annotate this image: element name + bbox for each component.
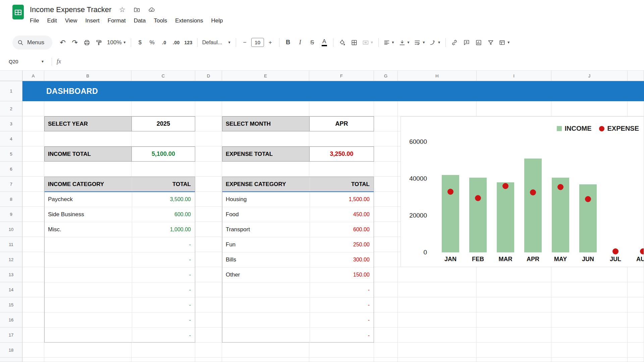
grid-cell[interactable] bbox=[374, 162, 398, 177]
total-cell[interactable]: 150.00 bbox=[310, 267, 374, 282]
grid-cell[interactable] bbox=[374, 222, 398, 237]
grid-cell[interactable] bbox=[309, 358, 374, 362]
sheets-logo[interactable] bbox=[12, 5, 24, 19]
grid-cell[interactable] bbox=[195, 162, 222, 177]
total-cell[interactable]: - bbox=[310, 298, 374, 312]
grid-cell[interactable] bbox=[44, 162, 131, 177]
grid-cell[interactable] bbox=[44, 131, 131, 146]
grid-cell[interactable] bbox=[309, 343, 374, 358]
grid-cell[interactable] bbox=[477, 282, 551, 297]
row-header[interactable]: 10 bbox=[0, 222, 22, 237]
table-row[interactable]: Housing1,500.00 bbox=[222, 192, 374, 207]
grid-cell[interactable] bbox=[374, 237, 398, 252]
col-header[interactable]: E bbox=[222, 71, 309, 81]
undo-button[interactable]: ↶ bbox=[57, 37, 68, 49]
total-cell[interactable]: - bbox=[132, 237, 195, 252]
row-header[interactable]: 18 bbox=[0, 343, 22, 358]
text-rotation-button[interactable]: ▼ bbox=[428, 37, 442, 49]
zoom-select[interactable]: 100%▼ bbox=[105, 37, 128, 49]
total-cell[interactable]: 1,000.00 bbox=[132, 222, 195, 237]
grid-cell[interactable] bbox=[195, 312, 222, 327]
grid-cell[interactable] bbox=[131, 343, 195, 358]
row-header[interactable]: 4 bbox=[0, 131, 22, 146]
table-row[interactable]: - bbox=[45, 267, 195, 283]
col-header[interactable]: A bbox=[22, 71, 44, 81]
grid-cell[interactable] bbox=[44, 343, 131, 358]
grid-cell[interactable] bbox=[374, 267, 398, 282]
row-header[interactable]: 2 bbox=[0, 101, 22, 116]
select-month-value[interactable]: APR bbox=[310, 117, 374, 131]
grid-cell[interactable] bbox=[374, 312, 398, 327]
grid-cell[interactable] bbox=[195, 267, 222, 282]
text-wrap-button[interactable]: ▼ bbox=[412, 37, 427, 49]
total-cell[interactable]: - bbox=[132, 252, 195, 267]
category-cell[interactable] bbox=[45, 328, 132, 343]
category-cell[interactable] bbox=[222, 328, 310, 343]
menu-file[interactable]: File bbox=[26, 16, 43, 25]
category-cell[interactable] bbox=[45, 237, 132, 252]
grid-cell[interactable] bbox=[22, 252, 44, 267]
paint-format-button[interactable] bbox=[93, 37, 105, 49]
redo-button[interactable]: ↷ bbox=[69, 37, 80, 49]
row-header[interactable]: 8 bbox=[0, 192, 22, 207]
col-header[interactable]: J bbox=[551, 71, 628, 81]
grid-cell[interactable] bbox=[22, 192, 44, 207]
print-button[interactable] bbox=[81, 37, 93, 49]
grid-cell[interactable] bbox=[222, 343, 309, 358]
grid-cell[interactable] bbox=[22, 177, 44, 192]
grid-cell[interactable] bbox=[195, 177, 222, 192]
row-header[interactable]: 1 bbox=[0, 81, 22, 101]
grid-cell[interactable] bbox=[195, 207, 222, 222]
chart-card[interactable]: JANFEBMARAPRMAYJUNJULAUG0200004000060000… bbox=[400, 116, 644, 267]
grid-cell[interactable] bbox=[22, 101, 44, 116]
table-row[interactable]: Paycheck3,500.00 bbox=[45, 192, 195, 207]
category-cell[interactable]: Housing bbox=[222, 192, 310, 207]
table-row[interactable]: - bbox=[45, 283, 195, 298]
row-header[interactable]: 12 bbox=[0, 252, 22, 267]
doc-title[interactable]: Income Expense Tracker bbox=[30, 5, 111, 14]
menu-view[interactable]: View bbox=[61, 16, 82, 25]
table-row[interactable]: Food450.00 bbox=[222, 207, 374, 222]
grid-cell[interactable] bbox=[22, 282, 44, 297]
grid-cell[interactable] bbox=[222, 162, 309, 177]
col-header[interactable]: H bbox=[398, 71, 477, 81]
menu-insert[interactable]: Insert bbox=[81, 16, 104, 25]
grid-cell[interactable] bbox=[22, 131, 44, 146]
table-row[interactable]: Other150.00 bbox=[222, 267, 374, 283]
category-cell[interactable] bbox=[45, 313, 132, 327]
row-header[interactable] bbox=[0, 358, 22, 362]
table-row[interactable]: - bbox=[45, 328, 195, 343]
table-row[interactable]: - bbox=[45, 313, 195, 328]
grid-cell[interactable] bbox=[551, 101, 628, 116]
decrease-decimal-button[interactable]: .0 bbox=[158, 37, 170, 49]
text-color-button[interactable]: A bbox=[319, 37, 330, 49]
grid-cell[interactable] bbox=[477, 358, 551, 362]
insert-link-button[interactable] bbox=[449, 37, 460, 49]
table-row[interactable]: Transport600.00 bbox=[222, 222, 374, 237]
font-size-input[interactable]: 10 bbox=[251, 38, 264, 47]
grid-cell[interactable] bbox=[222, 101, 309, 116]
row-header[interactable]: 15 bbox=[0, 297, 22, 312]
cloud-saved-icon[interactable] bbox=[148, 6, 156, 14]
category-cell[interactable]: Other bbox=[222, 267, 310, 282]
total-cell[interactable]: 3,500.00 bbox=[132, 192, 195, 207]
more-formats-button[interactable]: 123 bbox=[182, 37, 194, 49]
grid-cell[interactable] bbox=[398, 267, 477, 282]
menu-data[interactable]: Data bbox=[130, 16, 150, 25]
grid-cell[interactable] bbox=[551, 297, 628, 312]
grid-cell[interactable] bbox=[628, 343, 644, 358]
table-row[interactable]: - bbox=[222, 298, 374, 313]
grid-cell[interactable] bbox=[374, 146, 398, 162]
table-row[interactable]: - bbox=[222, 283, 374, 298]
increase-font-size-button[interactable]: + bbox=[265, 37, 276, 49]
row-header[interactable]: 13 bbox=[0, 267, 22, 282]
grid-cell[interactable] bbox=[22, 358, 44, 362]
grid-cell[interactable] bbox=[551, 267, 628, 282]
grid-cell[interactable] bbox=[374, 192, 398, 207]
grid-cell[interactable] bbox=[22, 146, 44, 162]
grid-cell[interactable] bbox=[22, 327, 44, 343]
grid-cell[interactable] bbox=[195, 131, 222, 146]
col-header[interactable]: D bbox=[195, 71, 222, 81]
grid-cell[interactable] bbox=[222, 131, 309, 146]
grid-cell[interactable] bbox=[222, 358, 309, 362]
